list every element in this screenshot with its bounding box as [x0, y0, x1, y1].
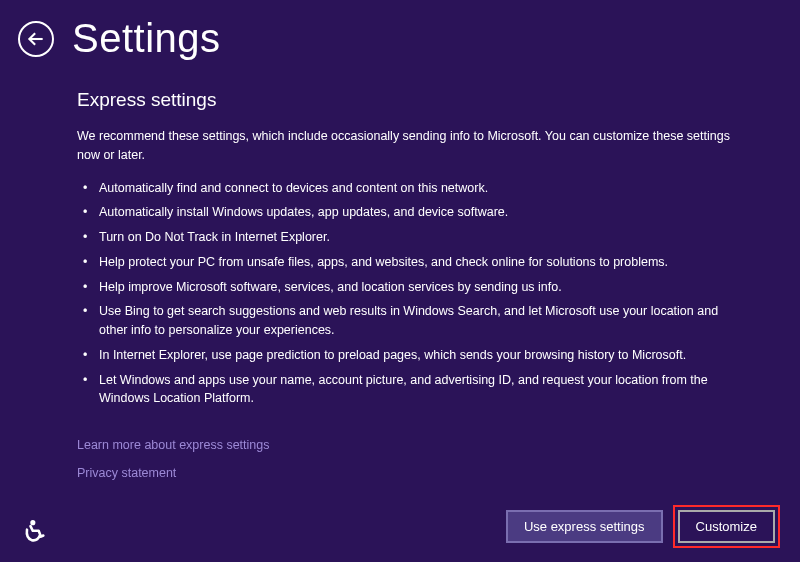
- highlight-annotation: Customize: [673, 505, 780, 548]
- svg-point-1: [30, 520, 35, 525]
- list-item: In Internet Explorer, use page predictio…: [77, 346, 730, 365]
- section-title: Express settings: [77, 89, 730, 111]
- customize-button[interactable]: Customize: [678, 510, 775, 543]
- page-title: Settings: [72, 16, 221, 61]
- settings-list: Automatically find and connect to device…: [77, 179, 730, 409]
- section-intro: We recommend these settings, which inclu…: [77, 127, 730, 165]
- learn-more-link[interactable]: Learn more about express settings: [77, 438, 730, 452]
- list-item: Automatically find and connect to device…: [77, 179, 730, 198]
- list-item: Use Bing to get search suggestions and w…: [77, 302, 730, 340]
- privacy-statement-link[interactable]: Privacy statement: [77, 466, 730, 480]
- back-arrow-icon: [26, 29, 46, 49]
- use-express-settings-button[interactable]: Use express settings: [506, 510, 663, 543]
- list-item: Help protect your PC from unsafe files, …: [77, 253, 730, 272]
- back-button[interactable]: [18, 21, 54, 57]
- list-item: Automatically install Windows updates, a…: [77, 203, 730, 222]
- list-item: Help improve Microsoft software, service…: [77, 278, 730, 297]
- list-item: Let Windows and apps use your name, acco…: [77, 371, 730, 409]
- list-item: Turn on Do Not Track in Internet Explore…: [77, 228, 730, 247]
- accessibility-icon[interactable]: [20, 518, 48, 546]
